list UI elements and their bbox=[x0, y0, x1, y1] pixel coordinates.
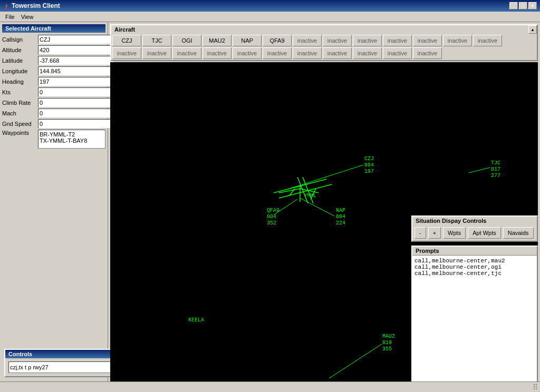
climbrate-row: Climb Rate bbox=[2, 98, 105, 107]
window-controls: _ □ × bbox=[509, 2, 537, 9]
sit-controls-title: Situation Dispay Controls bbox=[412, 217, 537, 225]
svg-line-3 bbox=[329, 344, 382, 378]
tab-nap[interactable]: NAP bbox=[233, 35, 262, 46]
aircraft-czj[interactable]: CZJ004197 bbox=[364, 156, 374, 175]
aircraft-qfa9[interactable]: QFA9004352 bbox=[267, 208, 279, 227]
prompts-content: call,melbourne-center,mau2 call,melbourn… bbox=[412, 256, 537, 384]
tab-inactive-18[interactable]: inactive bbox=[413, 47, 442, 59]
prompt-line-3: call,melbourne-center,tjc bbox=[414, 270, 535, 277]
heading-label: Heading bbox=[2, 79, 38, 85]
resize-grip[interactable]: ⠿ bbox=[533, 383, 538, 391]
mach-label: Mach bbox=[2, 110, 38, 116]
prompts-panel: Prompts call,melbourne-center,mau2 call,… bbox=[411, 246, 538, 388]
altitude-row: Altitude bbox=[2, 45, 105, 55]
zoom-out-button[interactable]: - bbox=[414, 227, 426, 239]
prompts-title: Prompts bbox=[412, 247, 537, 256]
waypoints-input[interactable]: BR-YMML-T2 TX-YMML-T-BAY8 bbox=[38, 130, 105, 149]
kts-input[interactable] bbox=[38, 87, 114, 97]
latitude-input[interactable] bbox=[38, 56, 114, 65]
wpts-button[interactable]: Wpts bbox=[443, 227, 466, 239]
callsign-row: Callsign bbox=[2, 35, 105, 44]
tab-inactive-7[interactable]: inactive bbox=[473, 35, 502, 46]
maximize-button[interactable]: □ bbox=[519, 2, 527, 9]
kts-label: Kts bbox=[2, 89, 38, 95]
tab-mau2[interactable]: MAU2 bbox=[202, 35, 232, 46]
zoom-in-button[interactable]: + bbox=[428, 227, 441, 239]
tab-inactive-12[interactable]: inactive bbox=[233, 47, 262, 59]
tab-inactive-8[interactable]: inactive bbox=[112, 47, 141, 59]
airport-ymml: YMML bbox=[304, 193, 316, 199]
tab-inactive-13[interactable]: inactive bbox=[263, 47, 292, 59]
tab-inactive-17[interactable]: inactive bbox=[383, 47, 412, 59]
aircraft-tabs: CZJ TJC OGI MAU2 NAP QFA9 inactive inact… bbox=[111, 34, 537, 60]
mach-row: Mach bbox=[2, 109, 105, 118]
tab-inactive-6[interactable]: inactive bbox=[443, 35, 472, 46]
climbrate-input[interactable] bbox=[38, 98, 114, 107]
menu-bar: File View bbox=[0, 12, 540, 22]
gndspeed-row: Gnd Speed bbox=[2, 119, 105, 129]
selected-aircraft-panel: Selected Aircraft Callsign Altitude Lati… bbox=[0, 22, 108, 392]
latitude-label: Latitude bbox=[2, 57, 38, 64]
heading-row: Heading bbox=[2, 77, 105, 86]
prompt-line-2: call,melbourne-center,ogi bbox=[414, 264, 535, 270]
aircraft-panel: Aircraft ▲ CZJ TJC OGI MAU2 NAP QFA9 ina… bbox=[110, 24, 538, 61]
longitude-input[interactable] bbox=[38, 66, 114, 76]
aircraft-panel-title: Aircraft bbox=[111, 25, 138, 34]
right-area: Aircraft ▲ CZJ TJC OGI MAU2 NAP QFA9 ina… bbox=[108, 22, 540, 392]
callsign-input[interactable] bbox=[38, 35, 114, 44]
close-button[interactable]: × bbox=[528, 2, 537, 9]
tab-inactive-15[interactable]: inactive bbox=[323, 47, 352, 59]
gndspeed-input[interactable] bbox=[38, 119, 114, 129]
status-bar: ⠿ bbox=[0, 381, 540, 392]
minimize-button[interactable]: _ bbox=[509, 2, 518, 9]
heading-input[interactable] bbox=[38, 77, 114, 86]
tab-inactive-5[interactable]: inactive bbox=[413, 35, 442, 46]
gndspeed-label: Gnd Speed bbox=[2, 121, 38, 127]
mach-input[interactable] bbox=[38, 109, 114, 118]
tab-inactive-1[interactable]: inactive bbox=[293, 35, 322, 46]
tab-ogi[interactable]: OGI bbox=[172, 35, 201, 46]
tab-inactive-11[interactable]: inactive bbox=[202, 47, 232, 59]
kts-row: Kts bbox=[2, 87, 105, 97]
apt-wpts-button[interactable]: Apt Wpts bbox=[468, 227, 501, 239]
tab-inactive-9[interactable]: inactive bbox=[142, 47, 171, 59]
tab-inactive-3[interactable]: inactive bbox=[353, 35, 382, 46]
prompt-line-1: call,melbourne-center,mau2 bbox=[414, 258, 535, 264]
longitude-label: Longitude bbox=[2, 68, 38, 74]
aircraft-nap[interactable]: NAP004224 bbox=[336, 208, 345, 227]
climbrate-label: Climb Rate bbox=[2, 100, 38, 106]
altitude-input[interactable] bbox=[38, 45, 114, 55]
svg-line-4 bbox=[300, 198, 334, 216]
title-bar: 🗼 Towersim Client _ □ × bbox=[0, 0, 540, 12]
navpoint-keela: KEELA bbox=[188, 317, 204, 323]
scroll-up-arrow[interactable]: ▲ bbox=[528, 25, 537, 34]
menu-view[interactable]: View bbox=[18, 13, 37, 21]
aircraft-tjc[interactable]: TJC017277 bbox=[491, 160, 500, 179]
tab-czj[interactable]: CZJ bbox=[112, 35, 141, 46]
tab-inactive-4[interactable]: inactive bbox=[383, 35, 412, 46]
sit-controls-panel: Situation Dispay Controls - + Wpts Apt W… bbox=[411, 215, 538, 242]
tab-inactive-10[interactable]: inactive bbox=[172, 47, 201, 59]
longitude-row: Longitude bbox=[2, 66, 105, 76]
app-icon: 🗼 bbox=[3, 3, 9, 9]
window-title: Towersim Client bbox=[12, 2, 60, 9]
tab-tjc[interactable]: TJC bbox=[142, 35, 171, 46]
navaids-button[interactable]: Navaids bbox=[503, 227, 534, 239]
callsign-label: Callsign bbox=[2, 36, 38, 43]
tab-inactive-2[interactable]: inactive bbox=[323, 35, 352, 46]
aircraft-mau2[interactable]: MAU2019355 bbox=[382, 334, 395, 352]
tab-qfa9[interactable]: QFA9 bbox=[263, 35, 292, 46]
menu-file[interactable]: File bbox=[2, 13, 18, 21]
tab-inactive-16[interactable]: inactive bbox=[353, 47, 382, 59]
svg-line-1 bbox=[469, 168, 490, 173]
waypoints-label: Waypoints bbox=[2, 130, 38, 136]
tab-inactive-14[interactable]: inactive bbox=[293, 47, 322, 59]
altitude-label: Altitude bbox=[2, 47, 38, 53]
waypoints-row: Waypoints BR-YMML-T2 TX-YMML-T-BAY8 bbox=[2, 130, 105, 149]
latitude-row: Latitude bbox=[2, 56, 105, 65]
selected-aircraft-title: Selected Aircraft bbox=[2, 24, 105, 33]
